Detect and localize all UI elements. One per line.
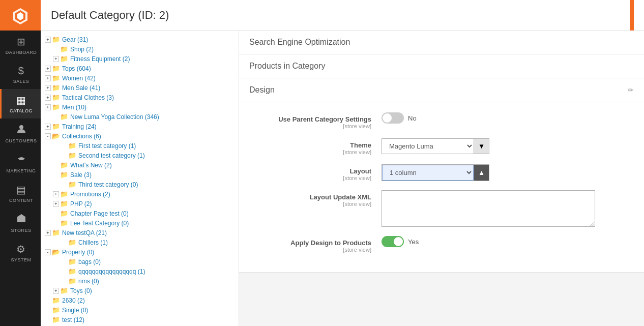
tree-item-toys[interactable]: + 📁 Toys (0) (41, 286, 239, 295)
tree-item-property[interactable]: - 📂 Property (0) (41, 247, 239, 257)
expand-icon-men-sale[interactable]: + (45, 85, 51, 91)
expand-icon-toys[interactable]: + (53, 288, 59, 294)
sidebar-item-system[interactable]: ⚙ System (0, 238, 41, 268)
tree-item-tops[interactable]: + 📁 Tops (604) (41, 64, 239, 73)
tree-label-collections[interactable]: Collections (6) (62, 133, 101, 140)
tree-label-rims[interactable]: rims (0) (78, 278, 99, 285)
tree-item-new-testqa[interactable]: + 📁 New testQA (21) (41, 228, 239, 238)
expand-icon-gear[interactable]: + (45, 37, 51, 43)
tree-item-tactical[interactable]: + 📁 Tactical Clothes (3) (41, 93, 239, 102)
layout-dropdown-btn[interactable]: ▲ (474, 165, 489, 181)
section-header-design[interactable]: Design ✏ (239, 78, 644, 102)
tree-label-2630[interactable]: 2630 (2) (62, 297, 85, 304)
expand-icon-fitness[interactable]: + (53, 56, 59, 62)
tree-item-training[interactable]: + 📁 Training (24) (41, 122, 239, 131)
tree-label-second-test[interactable]: Second test category (1) (78, 152, 145, 159)
tree-item-women[interactable]: + 📁 Women (42) (41, 73, 239, 83)
sidebar-item-dashboard[interactable]: ⊞ Dashboard (0, 31, 41, 60)
tree-label-tops[interactable]: Tops (604) (62, 65, 91, 72)
sidebar-item-catalog[interactable]: ▦ Catalog (0, 89, 41, 118)
tree-item-whats-new[interactable]: 📁 What's New (2) (41, 160, 239, 170)
tree-item-2630[interactable]: 📁 2630 (2) (41, 295, 239, 305)
tree-item-fitness[interactable]: + 📁 Fitness Equipment (2) (41, 54, 239, 64)
tree-label-whats-new[interactable]: What's New (2) (70, 162, 112, 169)
tree-item-second-test[interactable]: 📁 Second test category (1) (41, 151, 239, 160)
tree-label-lee-test[interactable]: Lee Test Category (0) (70, 220, 129, 227)
tree-item-promotions[interactable]: + 📁 Promotions (2) (41, 189, 239, 199)
expand-icon-promotions[interactable]: + (53, 191, 59, 197)
expand-icon-new-testqa[interactable]: + (45, 230, 51, 236)
layout-select[interactable]: 1 column Empty 2 columns with left bar 2… (382, 165, 474, 181)
layout-xml-textarea[interactable] (382, 190, 595, 227)
tree-item-shop[interactable]: 📁 Shop (2) (41, 44, 239, 54)
tree-label-men[interactable]: Men (10) (62, 104, 86, 111)
tree-label-shop[interactable]: Shop (2) (70, 46, 94, 53)
tree-item-collections[interactable]: - 📂 Collections (6) (41, 131, 239, 141)
tree-item-men-sale[interactable]: + 📁 Men Sale (41) (41, 83, 239, 93)
expand-icon-women[interactable]: + (45, 75, 51, 81)
tree-item-first-test[interactable]: 📁 First test category (1) (41, 141, 239, 151)
section-header-products[interactable]: Products in Category (239, 54, 644, 78)
expand-icon-training[interactable]: + (45, 124, 51, 130)
tree-label-qqq[interactable]: qqqqqqqqqqqqqqqqq (1) (78, 268, 145, 275)
expand-icon-tops[interactable]: + (45, 66, 51, 72)
logo[interactable] (0, 0, 41, 31)
tree-label-third-test[interactable]: Third test category (0) (78, 181, 138, 188)
sidebar-item-customers[interactable]: Customers (0, 118, 41, 149)
tree-item-gear[interactable]: + 📁 Gear (31) (41, 35, 239, 44)
tree-label-sale[interactable]: Sale (3) (70, 171, 92, 179)
tree-label-single[interactable]: Single (0) (62, 307, 88, 314)
expand-icon-tactical[interactable]: + (45, 95, 51, 101)
sidebar-item-stores[interactable]: Stores (0, 208, 41, 238)
tree-item-qqq[interactable]: 📁 qqqqqqqqqqqqqqqqq (1) (41, 266, 239, 276)
expand-icon-men[interactable]: + (45, 104, 51, 110)
tree-item-rims[interactable]: 📁 rims (0) (41, 276, 239, 286)
tree-item-lee-test[interactable]: 📁 Lee Test Category (0) (41, 218, 239, 228)
section-header-seo[interactable]: Search Engine Optimization (239, 31, 644, 54)
tree-label-new-testqa[interactable]: New testQA (21) (62, 229, 107, 236)
tree-item-test[interactable]: 📁 test (12) (41, 315, 239, 324)
tree-label-chapter-page[interactable]: Chapter Page test (0) (70, 210, 129, 217)
tree-label-gear[interactable]: Gear (31) (62, 36, 88, 43)
tree-label-tactical[interactable]: Tactical Clothes (3) (62, 94, 114, 101)
tree-label-promotions[interactable]: Promotions (2) (70, 191, 110, 198)
tree-label-bags[interactable]: bags (0) (78, 258, 101, 265)
expand-icon-php[interactable]: + (53, 201, 59, 207)
tree-label-property[interactable]: Property (0) (62, 249, 94, 256)
theme-note: [store view] (249, 149, 371, 155)
tree-item-third-test[interactable]: 📁 Third test category (0) (41, 180, 239, 189)
sidebar-item-marketing[interactable]: Marketing (0, 149, 41, 179)
sidebar-item-sales[interactable]: $ Sales (0, 60, 41, 89)
tree-label-fitness[interactable]: Fitness Equipment (2) (70, 55, 130, 63)
tree-item-sale[interactable]: 📁 Sale (3) (41, 170, 239, 180)
tree-item-php[interactable]: + 📁 PHP (2) (41, 199, 239, 209)
tree-item-men[interactable]: + 📁 Men (10) (41, 102, 239, 112)
tree-label-chillers[interactable]: Chillers (1) (78, 239, 108, 246)
tree-item-single[interactable]: 📁 Single (0) (41, 305, 239, 315)
tree-label-training[interactable]: Training (24) (62, 123, 97, 130)
dashboard-icon: ⊞ (17, 36, 26, 48)
main-area: Default Category (ID: 2) + 📁 Gear (31) 📁… (41, 0, 644, 326)
edit-icon[interactable]: ✏ (628, 86, 634, 94)
expand-icon-collections[interactable]: - (45, 133, 51, 139)
form-row-layout: Layout [store view] 1 column Empty 2 col… (249, 164, 634, 181)
expand-icon-property[interactable]: - (45, 249, 51, 255)
catalog-icon: ▦ (16, 94, 26, 106)
tree-label-men-sale[interactable]: Men Sale (41) (62, 84, 100, 92)
theme-dropdown-btn[interactable]: ▼ (474, 139, 489, 154)
tree-label-php[interactable]: PHP (2) (70, 200, 92, 208)
sidebar-item-content[interactable]: ▤ Content (0, 179, 41, 208)
tree-label-women[interactable]: Women (42) (62, 75, 96, 82)
tree-item-new-luma[interactable]: 📁 New Luma Yoga Collection (346) (41, 112, 239, 122)
form-row-theme: Theme [store view] Magento Luma Default … (249, 138, 634, 155)
tree-item-bags[interactable]: 📁 bags (0) (41, 257, 239, 266)
theme-select[interactable]: Magento Luma Default Blank (382, 139, 474, 154)
tree-label-test[interactable]: test (12) (62, 316, 84, 323)
tree-label-first-test[interactable]: First test category (1) (78, 142, 136, 150)
tree-item-chillers[interactable]: 📁 Chillers (1) (41, 238, 239, 247)
tree-label-toys[interactable]: Toys (0) (70, 287, 92, 294)
apply-design-toggle[interactable] (382, 236, 404, 247)
tree-item-chapter-page[interactable]: 📁 Chapter Page test (0) (41, 209, 239, 218)
use-parent-toggle[interactable] (382, 112, 404, 124)
tree-label-new-luma[interactable]: New Luma Yoga Collection (346) (70, 113, 159, 121)
